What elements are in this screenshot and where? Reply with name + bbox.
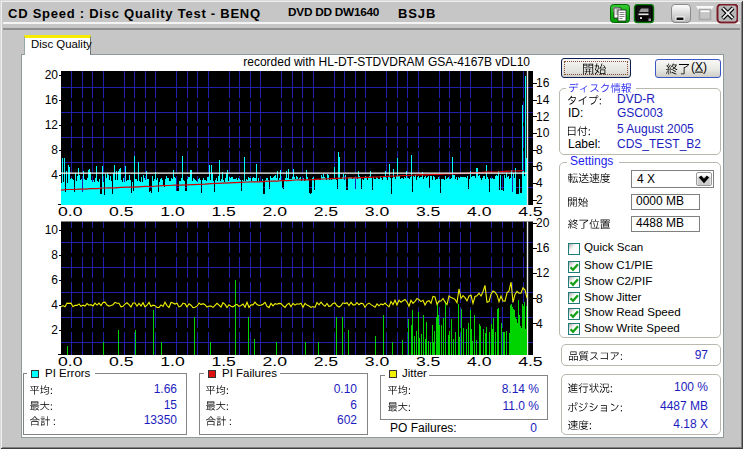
svg-text:8: 8 <box>51 248 58 262</box>
svg-text:1.5: 1.5 <box>211 205 236 219</box>
svg-text:8: 8 <box>51 143 58 157</box>
svg-text:4.5: 4.5 <box>518 205 543 219</box>
svg-text:16: 16 <box>536 76 550 90</box>
svg-text:4.5: 4.5 <box>518 355 543 369</box>
svg-text:12: 12 <box>45 118 59 132</box>
svg-text:20: 20 <box>45 68 59 82</box>
svg-text:0.5: 0.5 <box>109 355 134 369</box>
svg-text:16: 16 <box>536 241 550 255</box>
svg-text:12: 12 <box>536 266 550 280</box>
svg-text:0.5: 0.5 <box>109 205 134 219</box>
svg-text:6: 6 <box>536 160 543 174</box>
svg-text:16: 16 <box>45 93 59 107</box>
svg-text:4: 4 <box>536 176 543 190</box>
svg-text:0.0: 0.0 <box>58 205 83 219</box>
svg-text:4: 4 <box>51 168 58 182</box>
svg-text:8: 8 <box>536 292 543 306</box>
svg-text:6: 6 <box>51 273 58 287</box>
svg-text:1.0: 1.0 <box>160 205 185 219</box>
svg-text:1.0: 1.0 <box>160 355 185 369</box>
svg-text:2.5: 2.5 <box>314 205 339 219</box>
svg-text:2: 2 <box>51 323 58 337</box>
svg-text:4.0: 4.0 <box>467 205 492 219</box>
svg-text:2.0: 2.0 <box>263 205 288 219</box>
svg-text:2.5: 2.5 <box>314 355 339 369</box>
svg-text:14: 14 <box>536 93 550 107</box>
svg-text:recorded with HL-DT-STDVDRAM G: recorded with HL-DT-STDVDRAM GSA-4167B v… <box>243 55 530 69</box>
svg-text:10: 10 <box>45 223 59 237</box>
svg-text:8: 8 <box>536 143 543 157</box>
svg-text:3.5: 3.5 <box>416 205 441 219</box>
svg-text:3.0: 3.0 <box>365 205 390 219</box>
svg-text:4: 4 <box>51 298 58 312</box>
svg-text:4.0: 4.0 <box>467 355 492 369</box>
svg-text:12: 12 <box>536 110 550 124</box>
svg-text:4: 4 <box>536 317 543 331</box>
svg-text:10: 10 <box>536 126 550 140</box>
svg-text:3.0: 3.0 <box>365 355 390 369</box>
